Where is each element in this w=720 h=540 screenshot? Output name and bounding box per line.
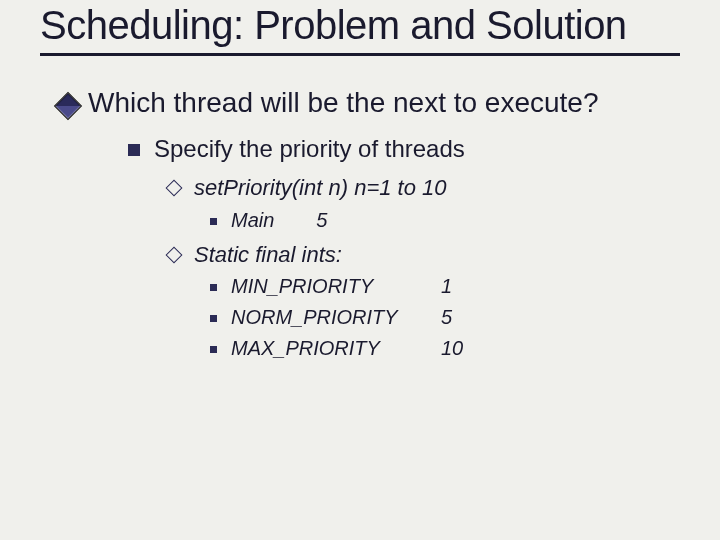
level1-text: Which thread will be the next to execute… [88,86,599,120]
level4a-value: 5 [316,208,327,233]
bullet-level4-main: Main 5 [210,208,680,233]
level3b-text: Static final ints: [194,241,342,269]
bullet-level2: Specify the priority of threads [128,134,680,164]
square-small-icon [210,346,217,353]
level4a-label: Main [231,208,274,233]
const-value: 1 [441,274,501,299]
list-item: NORM_PRIORITY 5 [210,305,680,330]
const-label: MAX_PRIORITY [231,336,441,361]
square-small-icon [210,218,217,225]
slide: Scheduling: Problem and Solution Which t… [0,4,720,540]
list-item: MIN_PRIORITY 1 [210,274,680,299]
square-small-icon [210,315,217,322]
const-label: MIN_PRIORITY [231,274,441,299]
const-value: 10 [441,336,501,361]
page-title: Scheduling: Problem and Solution [40,4,680,47]
diamond-outline-icon [166,246,183,263]
bullet-level3-setpriority: setPriority(int n) n=1 to 10 [168,174,680,202]
title-underline [40,53,680,56]
level2-text: Specify the priority of threads [154,134,465,164]
square-bullet-icon [128,144,140,156]
list-item: MAX_PRIORITY 10 [210,336,680,361]
const-label: NORM_PRIORITY [231,305,441,330]
square-small-icon [210,284,217,291]
bullet-level1: Which thread will be the next to execute… [58,86,680,120]
bullet-level3-staticfinal: Static final ints: [168,241,680,269]
diamond-outline-icon [166,180,183,197]
diamond-icon [54,92,82,120]
const-value: 5 [441,305,501,330]
level3a-text: setPriority(int n) n=1 to 10 [194,174,447,202]
